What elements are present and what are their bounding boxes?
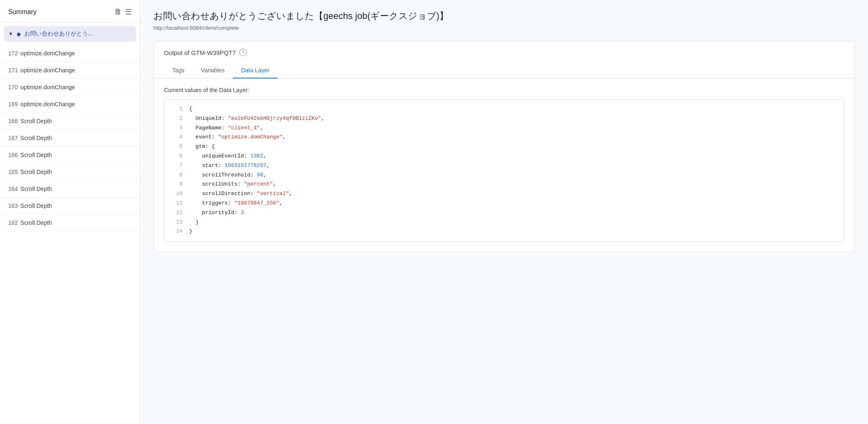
output-label: Output of GTM-W39PQT7 xyxy=(164,49,236,56)
plain-text: , xyxy=(263,172,266,178)
item-label: optimize.domChange xyxy=(20,67,75,74)
item-number: 163 xyxy=(8,202,18,209)
plain-text: scrollDirection: xyxy=(189,191,257,197)
chevron-down-icon: ▼ xyxy=(8,31,13,37)
delete-icon[interactable]: 🗑 xyxy=(114,7,122,17)
code-line: 1{ xyxy=(164,105,844,114)
main-content: お問い合わせありがとうございました【geechs job(ギークスジョブ)】 h… xyxy=(140,0,868,424)
line-number: 4 xyxy=(171,133,183,142)
code-line: 7 start: 1663161778297, xyxy=(164,161,844,171)
line-number: 2 xyxy=(171,114,183,123)
line-number: 12 xyxy=(171,209,183,217)
item-label: Scroll Depth xyxy=(20,118,52,124)
item-label: Scroll Depth xyxy=(20,219,52,226)
output-header: Output of GTM-W39PQT7 ? xyxy=(154,41,854,56)
plain-text: , xyxy=(260,125,263,131)
plain-text: } xyxy=(189,228,192,234)
list-item[interactable]: 169optimize.domChange xyxy=(0,96,140,113)
item-number: 172 xyxy=(8,50,18,57)
page-url: http://localhost:8084/client/complete xyxy=(154,25,855,31)
help-icon[interactable]: ? xyxy=(239,49,247,56)
list-item[interactable]: 167Scroll Depth xyxy=(0,130,140,147)
code-line: 14} xyxy=(164,227,844,236)
plain-text: UniqueId: xyxy=(189,115,228,121)
list-item[interactable]: 162Scroll Depth xyxy=(0,214,140,231)
plain-text: gtm: { xyxy=(189,143,215,150)
line-number: 9 xyxy=(171,180,183,189)
string-value: "ealbFU42akHOjrzy4qf8B1zlZKv" xyxy=(228,115,321,121)
line-number: 6 xyxy=(171,152,183,161)
plain-text: } xyxy=(189,219,199,225)
list-item[interactable]: 168Scroll Depth xyxy=(0,113,140,130)
tab-bar: TagsVariablesData Layer xyxy=(154,63,854,79)
list-item[interactable]: 163Scroll Depth xyxy=(0,198,140,214)
active-nav-item[interactable]: ▼ ◆ お問い合わせありがとう... xyxy=(4,26,136,42)
line-number: 8 xyxy=(171,171,183,180)
string-value: "percent" xyxy=(244,181,273,187)
sidebar: Summary 🗑 ☰ ▼ ◆ お問い合わせありがとう... 172optimi… xyxy=(0,0,140,424)
sidebar-list: 172optimize.domChange171optimize.domChan… xyxy=(0,45,140,231)
item-label: optimize.domChange xyxy=(20,50,75,57)
plain-text: , xyxy=(263,153,266,159)
data-layer-header: Current values of the Data Layer: xyxy=(164,87,844,93)
code-line: 11 triggers: "10879847_256", xyxy=(164,199,844,208)
item-label: Scroll Depth xyxy=(20,169,52,175)
line-number: 11 xyxy=(171,199,183,208)
number-value: 3 xyxy=(241,210,244,216)
plain-text: priorityId: xyxy=(189,210,241,216)
list-item[interactable]: 166Scroll Depth xyxy=(0,147,140,164)
code-block: 1{2 UniqueId: "ealbFU42akHOjrzy4qf8B1zlZ… xyxy=(164,99,844,242)
list-item[interactable]: 164Scroll Depth xyxy=(0,181,140,198)
data-layer-panel: Current values of the Data Layer: 1{2 Un… xyxy=(154,79,854,252)
item-label: optimize.domChange xyxy=(20,84,75,91)
plain-text: event: xyxy=(189,134,218,140)
item-label: Scroll Depth xyxy=(20,186,52,192)
line-number: 14 xyxy=(171,227,183,236)
item-number: 167 xyxy=(8,135,18,141)
sidebar-title: Summary xyxy=(8,8,36,16)
item-number: 170 xyxy=(8,84,18,91)
plain-text: triggers: xyxy=(189,200,234,206)
line-number: 1 xyxy=(171,105,183,114)
string-value: "optimize.domChange" xyxy=(218,134,282,140)
item-number: 165 xyxy=(8,169,18,175)
code-line: 5 gtm: { xyxy=(164,142,844,152)
string-value: "10879847_256" xyxy=(234,200,279,206)
tab-variables[interactable]: Variables xyxy=(193,63,233,79)
code-line: 2 UniqueId: "ealbFU42akHOjrzy4qf8B1zlZKv… xyxy=(164,114,844,124)
line-number: 10 xyxy=(171,190,183,198)
item-label: Scroll Depth xyxy=(20,152,52,158)
list-item[interactable]: 171optimize.domChange xyxy=(0,62,140,79)
tab-data-layer[interactable]: Data Layer xyxy=(233,63,277,79)
number-value: 90 xyxy=(257,172,263,178)
tab-tags[interactable]: Tags xyxy=(164,63,193,79)
list-item[interactable]: 170optimize.domChange xyxy=(0,79,140,96)
code-line: 4 event: "optimize.domChange", xyxy=(164,133,844,142)
plain-text: start: xyxy=(189,162,225,169)
item-number: 168 xyxy=(8,118,18,124)
code-line: 10 scrollDirection: "vertical", xyxy=(164,189,844,199)
line-number: 3 xyxy=(171,124,183,133)
plain-text: , xyxy=(273,181,276,187)
list-item[interactable]: 165Scroll Depth xyxy=(0,164,140,181)
sidebar-header: Summary 🗑 ☰ xyxy=(0,0,140,23)
plain-text: , xyxy=(289,191,292,197)
code-line: 9 scrollUnits: "percent", xyxy=(164,180,844,189)
filter-icon[interactable]: ☰ xyxy=(125,7,132,17)
code-line: 6 uniqueEventId: 1302, xyxy=(164,152,844,161)
line-number: 5 xyxy=(171,143,183,151)
plain-text: uniqueEventId: xyxy=(189,153,250,159)
plain-text: scrollThreshold: xyxy=(189,172,257,178)
code-line: 13 } xyxy=(164,218,844,227)
output-panel: Output of GTM-W39PQT7 ? TagsVariablesDat… xyxy=(154,41,855,252)
item-number: 166 xyxy=(8,152,18,158)
item-label: Scroll Depth xyxy=(20,202,52,209)
item-label: optimize.domChange xyxy=(20,101,75,107)
code-line: 3 PageName: "client_4", xyxy=(164,124,844,133)
number-value: 1302 xyxy=(250,153,263,159)
line-number: 13 xyxy=(171,218,183,227)
item-number: 171 xyxy=(8,67,18,74)
list-item[interactable]: 172optimize.domChange xyxy=(0,45,140,62)
plain-text: scrollUnits: xyxy=(189,181,244,187)
item-number: 164 xyxy=(8,186,18,192)
